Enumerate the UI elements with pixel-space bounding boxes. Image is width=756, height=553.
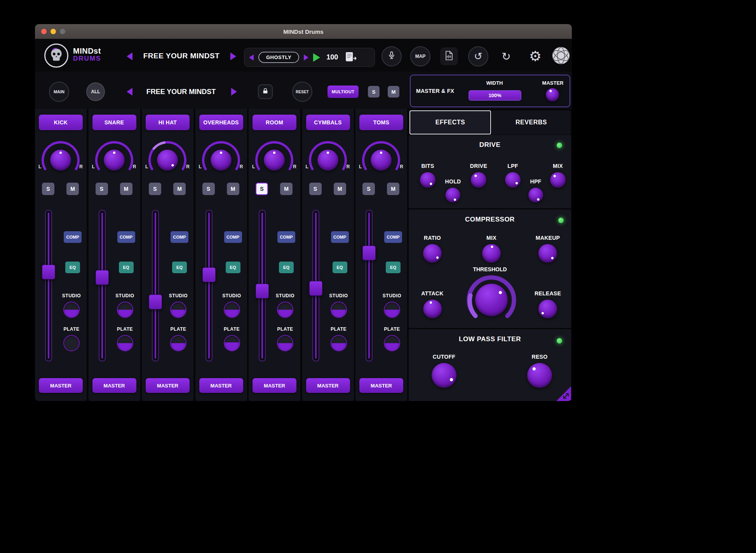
plate-send-knob[interactable] [63,335,80,351]
fader-handle[interactable] [149,295,162,309]
channel-name-button[interactable]: TOMS [359,115,403,130]
solo-button[interactable]: S [149,183,161,195]
eq-button[interactable]: EQ [226,262,240,273]
eq-button[interactable]: EQ [119,262,134,273]
lpf-knob[interactable] [505,172,521,188]
mute-button[interactable]: M [227,183,239,195]
pan-knob[interactable] [157,150,178,171]
plate-send-knob[interactable] [224,335,240,351]
solo-button[interactable]: S [256,183,268,195]
fader-handle[interactable] [202,267,216,282]
comp-button[interactable]: COMP [117,231,135,243]
prev-preset-button[interactable] [249,54,254,61]
pan-knob[interactable] [104,150,125,171]
plate-send-knob[interactable] [170,335,186,351]
studio-send-knob[interactable] [117,302,133,318]
global-mute-button[interactable]: M [388,86,399,98]
tempo-value[interactable]: 100 [326,53,338,61]
volume-fader[interactable] [206,210,213,361]
eq-button[interactable]: EQ [279,262,294,273]
reset-button[interactable]: RESET [292,82,312,102]
solo-button[interactable]: S [362,183,375,195]
mute-button[interactable]: M [280,183,293,195]
solo-button[interactable]: S [202,183,215,195]
attack-knob[interactable] [423,300,442,318]
drive-mix-knob[interactable] [550,172,566,188]
volume-fader[interactable] [259,210,266,361]
toolbar-prev-button[interactable] [127,88,132,97]
studio-send-knob[interactable] [331,302,347,318]
main-button[interactable]: MAIN [49,82,69,102]
eq-button[interactable]: EQ [386,262,401,273]
route-master-button[interactable]: MASTER [359,378,403,393]
cutoff-knob[interactable] [432,363,456,388]
mic-button[interactable] [381,46,402,66]
eq-button[interactable]: EQ [65,262,80,273]
pan-knob[interactable] [317,150,338,171]
map-button[interactable]: MAP [410,46,430,66]
route-master-button[interactable]: MASTER [39,378,83,393]
drive-enable-led[interactable] [557,143,562,148]
plate-send-knob[interactable] [384,335,400,351]
settings-button[interactable]: ⚙ [525,46,545,66]
solo-button[interactable]: S [309,183,322,195]
next-preset-button[interactable] [304,54,308,61]
reso-knob[interactable] [527,363,552,388]
mute-button[interactable]: M [120,183,132,195]
studio-send-knob[interactable] [224,302,240,318]
route-master-button[interactable]: MASTER [253,378,296,393]
studio-send-knob[interactable] [63,302,80,318]
comp-button[interactable]: COMP [331,231,349,243]
mute-button[interactable]: M [334,183,346,195]
mute-button[interactable]: M [173,183,186,195]
global-solo-button[interactable]: S [368,86,380,98]
minimize-button[interactable] [51,29,56,34]
volume-fader[interactable] [99,210,106,361]
redo-button[interactable]: ↻ [496,46,516,66]
toolbar-next-button[interactable] [231,88,237,97]
drive-amount-knob[interactable] [471,172,486,188]
fader-handle[interactable] [42,265,55,279]
route-master-button[interactable]: MASTER [199,378,243,393]
low-pass-enable-led[interactable] [557,338,562,344]
prev-song-button[interactable] [127,52,132,62]
ratio-knob[interactable] [423,244,442,263]
channel-name-button[interactable]: CYMBALS [306,115,350,130]
hpf-knob[interactable] [528,188,543,202]
lock-button[interactable] [258,84,273,99]
bits-knob[interactable] [420,172,435,188]
volume-fader[interactable] [152,210,159,361]
makeup-knob[interactable] [538,244,557,263]
comp-button[interactable]: COMP [384,231,402,243]
volume-fader[interactable] [45,210,52,361]
pan-knob[interactable] [211,150,232,171]
undo-button[interactable]: ↺ [468,46,488,66]
channel-name-button[interactable]: ROOM [253,115,296,130]
mute-button[interactable]: M [66,183,79,195]
pan-knob[interactable] [50,150,71,171]
tab-reverbs[interactable]: REVERBS [492,110,571,134]
studio-send-knob[interactable] [384,302,400,318]
hold-knob[interactable] [446,188,460,202]
solo-button[interactable]: S [42,183,54,195]
close-button[interactable] [41,29,47,34]
plate-send-knob[interactable] [331,335,347,351]
channel-name-button[interactable]: OVERHEADS [199,115,243,130]
sphere-button[interactable] [552,47,570,66]
eq-button[interactable]: EQ [172,262,187,273]
studio-send-knob[interactable] [277,302,293,318]
fader-handle[interactable] [309,281,322,296]
play-button[interactable] [313,53,320,62]
master-volume-knob[interactable] [546,88,559,101]
file-audio-button[interactable] [440,47,458,65]
next-song-button[interactable] [230,52,236,62]
volume-fader[interactable] [312,210,319,361]
preset-name-pill[interactable]: GHOSTLY [258,52,299,63]
studio-send-knob[interactable] [170,302,186,318]
solo-button[interactable]: S [96,183,108,195]
fader-handle[interactable] [96,270,109,285]
multiout-button[interactable]: MULTIOUT [327,85,359,98]
zoom-button[interactable] [60,29,65,34]
channel-name-button[interactable]: SNARE [92,115,136,130]
route-master-button[interactable]: MASTER [146,378,190,393]
